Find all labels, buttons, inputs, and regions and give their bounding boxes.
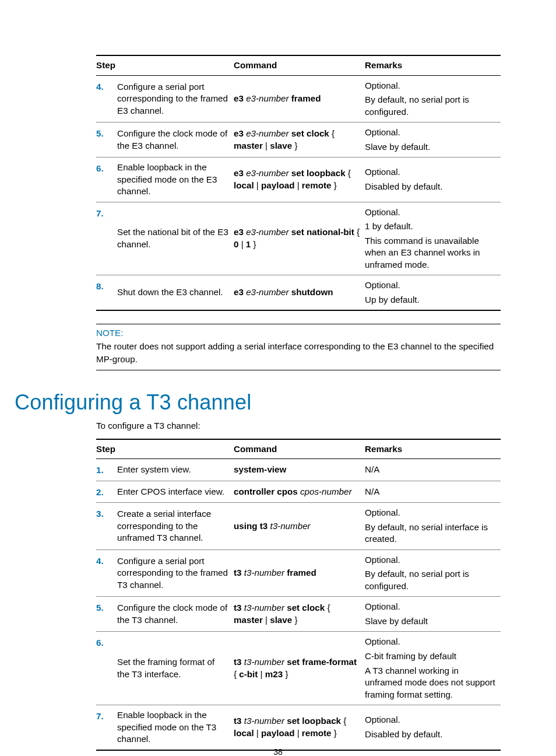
remarks-cell: Optional.Disabled by default. <box>365 158 501 202</box>
remarks-cell: Optional.Slave by default. <box>365 123 501 158</box>
step-number: 6. <box>96 632 117 705</box>
step-description: Configure the clock mode of the T3 chann… <box>117 597 234 632</box>
e3-steps-table: Step Command Remarks 4.Configure a seria… <box>96 55 501 311</box>
step-number: 5. <box>96 123 117 158</box>
t3-steps-table: Step Command Remarks 1.Enter system view… <box>96 439 501 751</box>
col-header-step: Step <box>96 55 234 75</box>
step-number: 6. <box>96 158 117 202</box>
table-row: 4.Configure a serial port corresponding … <box>96 75 501 123</box>
table-row: 7.Set the national bit of the E3 channel… <box>96 202 501 275</box>
t3-steps-body: 1.Enter system view.system-viewN/A2.Ente… <box>96 459 501 750</box>
table-row: 5.Configure the clock mode of the T3 cha… <box>96 597 501 632</box>
step-description: Configure a serial port corresponding to… <box>117 550 234 597</box>
command-cell: e3 e3-number shutdown <box>234 275 365 311</box>
table-row: 6.Enable loopback in the specified mode … <box>96 158 501 202</box>
table-row: 2.Enter CPOS interface view.controller c… <box>96 481 501 503</box>
step-description: Set the national bit of the E3 channel. <box>117 202 234 275</box>
table-row: 8.Shut down the E3 channel.e3 e3-number … <box>96 275 501 311</box>
step-description: Enable loopback in the specified mode on… <box>117 158 234 202</box>
command-cell: e3 e3-number set loopback { local | payl… <box>234 158 365 202</box>
col-header-step: Step <box>96 439 234 459</box>
remarks-cell: Optional.Slave by default <box>365 597 501 632</box>
note-box: NOTE: The router does not support adding… <box>96 324 501 370</box>
step-number: 8. <box>96 275 117 311</box>
command-cell: t3 t3-number set loopback { local | payl… <box>234 705 365 750</box>
remarks-cell: Optional.1 by default.This command is un… <box>365 202 501 275</box>
step-description: Enable loopback in the specified mode on… <box>117 705 234 750</box>
command-cell: e3 e3-number set clock { master | slave … <box>234 123 365 158</box>
col-header-command: Command <box>234 439 365 459</box>
step-number: 7. <box>96 705 117 750</box>
command-cell: controller cpos cpos-number <box>234 481 365 503</box>
command-cell: e3 e3-number framed <box>234 75 365 123</box>
step-number: 7. <box>96 202 117 275</box>
step-number: 2. <box>96 481 117 503</box>
step-description: Create a serial interface corresponding … <box>117 503 234 550</box>
table-row: 7.Enable loopback in the specified mode … <box>96 705 501 750</box>
command-cell: using t3 t3-number <box>234 503 365 550</box>
remarks-cell: Optional.By default, no serial port is c… <box>365 550 501 597</box>
section-heading: Configuring a T3 channel <box>15 390 501 415</box>
step-description: Shut down the E3 channel. <box>117 275 234 311</box>
step-description: Enter system view. <box>117 459 234 481</box>
col-header-command: Command <box>234 55 365 75</box>
step-number: 4. <box>96 75 117 123</box>
command-cell: t3 t3-number set clock { master | slave … <box>234 597 365 632</box>
remarks-cell: Optional.Disabled by default. <box>365 705 501 750</box>
command-cell: e3 e3-number set national-bit { 0 | 1 } <box>234 202 365 275</box>
table-row: 3.Create a serial interface correspondin… <box>96 503 501 550</box>
e3-steps-body: 4.Configure a serial port corresponding … <box>96 75 501 310</box>
table-row: 5.Configure the clock mode of the E3 cha… <box>96 123 501 158</box>
command-cell: t3 t3-number framed <box>234 550 365 597</box>
command-cell: system-view <box>234 459 365 481</box>
note-label: NOTE: <box>96 328 501 338</box>
step-number: 4. <box>96 550 117 597</box>
col-header-remarks: Remarks <box>365 55 501 75</box>
col-header-remarks: Remarks <box>365 439 501 459</box>
step-number: 5. <box>96 597 117 632</box>
step-number: 3. <box>96 503 117 550</box>
table-row: 4.Configure a serial port corresponding … <box>96 550 501 597</box>
remarks-cell: Optional.C-bit framing by defaultA T3 ch… <box>365 632 501 705</box>
remarks-cell: N/A <box>365 459 501 481</box>
step-description: Configure a serial port corresponding to… <box>117 75 234 123</box>
step-description: Set the framing format of the T3 interfa… <box>117 632 234 705</box>
remarks-cell: Optional.By default, no serial interface… <box>365 503 501 550</box>
remarks-cell: Optional.Up by default. <box>365 275 501 311</box>
table-row: 1.Enter system view.system-viewN/A <box>96 459 501 481</box>
note-text: The router does not support adding a ser… <box>96 340 501 365</box>
remarks-cell: N/A <box>365 481 501 503</box>
step-description: Enter CPOS interface view. <box>117 481 234 503</box>
page-number: 38 <box>0 747 556 756</box>
table-row: 6.Set the framing format of the T3 inter… <box>96 632 501 705</box>
step-description: Configure the clock mode of the E3 chann… <box>117 123 234 158</box>
remarks-cell: Optional.By default, no serial port is c… <box>365 75 501 123</box>
lead-text: To configure a T3 channel: <box>96 421 501 430</box>
command-cell: t3 t3-number set frame-format { c-bit | … <box>234 632 365 705</box>
step-number: 1. <box>96 459 117 481</box>
